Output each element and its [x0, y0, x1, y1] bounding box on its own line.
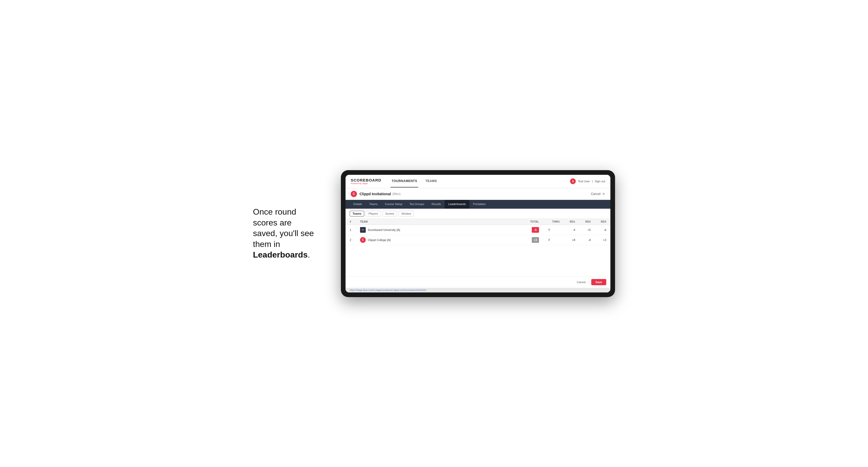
- filter-strokes-button[interactable]: Strokes: [399, 211, 414, 216]
- thru-cell: F: [539, 228, 560, 231]
- tab-course-setup[interactable]: Course Setup: [381, 200, 406, 209]
- nav-tournaments[interactable]: TOURNAMENTS: [391, 175, 418, 187]
- tablet-device: SCOREBOARD Powered by clippd TOURNAMENTS…: [341, 170, 615, 297]
- sub-navigation: Details Teams Course Setup Tee Groups Re…: [345, 200, 610, 209]
- team-cell: C Clippd College [A]: [360, 237, 518, 243]
- cancel-x-icon: ✕: [602, 192, 605, 196]
- col-team: TEAM: [360, 220, 518, 223]
- rd2-cell: -8: [575, 239, 591, 242]
- tournament-subtitle: (Men): [392, 192, 400, 196]
- app-footer: Cancel Save: [345, 276, 610, 288]
- logo: SCOREBOARD Powered by clippd: [351, 178, 381, 185]
- table-header: # TEAM TOTAL THRU RD1 RD2 RD3: [345, 219, 610, 225]
- table-row: 1 SB Scoreboard University [A] -5 F -4 +…: [345, 225, 610, 235]
- url-bar: https://stage-blue-coach.stagescoreboard…: [345, 288, 610, 292]
- rd1-cell: +8: [560, 239, 575, 242]
- filter-players-button[interactable]: Players: [366, 211, 381, 216]
- total-cell: +3: [518, 237, 539, 243]
- tablet-screen: SCOREBOARD Powered by clippd TOURNAMENTS…: [345, 175, 610, 292]
- rd1-cell: -4: [560, 228, 575, 231]
- col-rd3: RD3: [591, 220, 606, 223]
- user-avatar: S: [570, 179, 576, 184]
- url-text: https://stage-blue-coach.stagescoreboard…: [350, 289, 426, 291]
- filter-scores-button[interactable]: Scores: [382, 211, 397, 216]
- score-badge-red: -5: [532, 227, 539, 233]
- content-spacer: [345, 245, 610, 276]
- col-rd2: RD2: [575, 220, 591, 223]
- tab-printables[interactable]: Printables: [469, 200, 489, 209]
- app-container: SCOREBOARD Powered by clippd TOURNAMENTS…: [345, 175, 610, 292]
- intro-text: Once round scores are saved, you'll see …: [253, 207, 326, 260]
- tab-details[interactable]: Details: [350, 200, 366, 209]
- tab-leaderboards[interactable]: Leaderboards: [444, 200, 469, 209]
- tournament-title: Clippd Invitational: [360, 192, 391, 196]
- table-row: 2 C Clippd College [A] +3 F +8 -8 +3: [345, 235, 610, 245]
- total-cell: -5: [518, 227, 539, 233]
- sign-out-link[interactable]: Sign out: [595, 180, 605, 183]
- rank-cell: 1: [350, 228, 360, 231]
- user-name: Test User: [578, 180, 590, 183]
- col-rd1: RD1: [560, 220, 575, 223]
- team-name: Scoreboard University [A]: [368, 228, 400, 231]
- rank-cell: 2: [350, 239, 360, 242]
- footer-save-button[interactable]: Save: [591, 279, 606, 285]
- col-thru: THRU: [539, 220, 560, 223]
- col-rank: #: [350, 220, 360, 223]
- tab-teams[interactable]: Teams: [366, 200, 381, 209]
- top-navigation: SCOREBOARD Powered by clippd TOURNAMENTS…: [345, 175, 610, 188]
- user-area: S Test User | Sign out: [570, 179, 605, 184]
- tournament-logo: C: [351, 191, 357, 197]
- team-cell: SB Scoreboard University [A]: [360, 227, 518, 233]
- rd3-cell: -6: [591, 228, 606, 231]
- score-badge-gray: +3: [532, 237, 539, 243]
- tournament-header: C Clippd Invitational (Men) Cancel ✕: [345, 188, 610, 200]
- tournament-cancel-button[interactable]: Cancel ✕: [591, 192, 605, 196]
- thru-cell: F: [539, 239, 560, 242]
- filter-teams-button[interactable]: Teams: [350, 211, 364, 216]
- rd3-cell: +3: [591, 239, 606, 242]
- nav-teams[interactable]: TEAMS: [425, 175, 438, 187]
- footer-cancel-button[interactable]: Cancel: [574, 279, 589, 285]
- team-logo-scoreboard: SB: [360, 227, 366, 233]
- tab-tee-groups[interactable]: Tee Groups: [406, 200, 428, 209]
- filter-bar: Teams Players Scores Strokes: [345, 209, 610, 219]
- team-name: Clippd College [A]: [368, 239, 391, 242]
- tab-results[interactable]: Results: [428, 200, 444, 209]
- team-logo-clippd: C: [360, 237, 366, 243]
- rd2-cell: +5: [575, 228, 591, 231]
- col-total: TOTAL: [518, 220, 539, 223]
